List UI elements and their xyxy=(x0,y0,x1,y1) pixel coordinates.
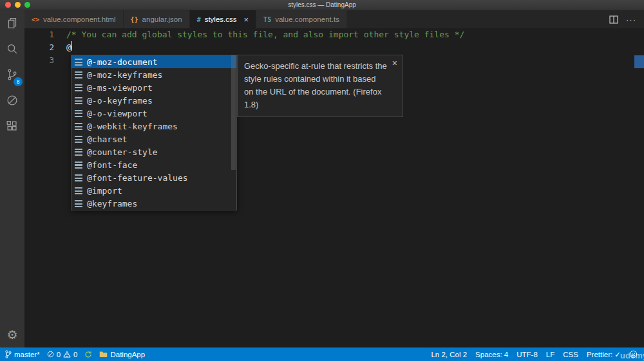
suggest-item[interactable]: @charset xyxy=(71,133,236,145)
suggest-widget: @-moz-document @-moz-keyframes @-ms-view… xyxy=(71,55,237,210)
json-icon: {} xyxy=(131,16,138,23)
tab-label: styles.css xyxy=(205,15,237,23)
vscode-window: styles.css — DatingApp 8 xyxy=(0,0,644,361)
close-doc-icon[interactable]: × xyxy=(392,59,397,68)
tab-angular-json[interactable]: {} angular.json xyxy=(124,10,190,28)
suggest-doc-popup: Gecko-specific at-rule that restricts th… xyxy=(237,55,403,117)
overview-ruler-mark xyxy=(634,55,644,68)
search-icon xyxy=(5,42,19,56)
suggest-item[interactable]: @-moz-document xyxy=(71,55,236,68)
line-number: 2 xyxy=(24,41,54,54)
warning-icon xyxy=(63,351,71,358)
property-icon xyxy=(75,123,82,130)
tab-value-component-ts[interactable]: TS value.component.ts xyxy=(256,10,347,28)
status-bar: master* 0 0 DatingApp Ln 2, Col 2 Spaces… xyxy=(0,347,644,361)
more-actions-icon[interactable]: ··· xyxy=(626,15,636,24)
sidebar-item-source-control[interactable]: 8 xyxy=(0,62,24,88)
suggest-item[interactable]: @keyframes xyxy=(71,197,236,210)
git-branch-status[interactable]: master* xyxy=(5,350,40,358)
tab-label: value.component.html xyxy=(43,15,116,23)
property-icon xyxy=(75,136,82,143)
window-title: styles.css — DatingApp xyxy=(0,1,644,8)
settings-gear-icon[interactable]: ⚙ xyxy=(0,328,24,342)
suggest-label: @charset xyxy=(87,134,128,144)
prettier-status[interactable]: Prettier: ✓ xyxy=(587,350,621,359)
sidebar-item-search[interactable] xyxy=(0,36,24,62)
suggest-label: @import xyxy=(87,186,122,196)
sidebar-item-extensions[interactable] xyxy=(0,113,24,139)
folder-icon xyxy=(99,351,108,358)
split-editor-icon[interactable] xyxy=(609,15,618,24)
sync-status[interactable] xyxy=(84,351,92,358)
html-icon: <> xyxy=(32,16,39,23)
code-comment: /* You can add global styles to this fil… xyxy=(54,28,464,41)
suggest-label: @font-feature-values xyxy=(87,173,188,183)
suggest-item[interactable]: @import xyxy=(71,184,236,197)
tab-styles-css[interactable]: # styles.css × xyxy=(190,10,256,28)
suggest-item[interactable]: @-ms-viewport xyxy=(71,81,236,94)
sidebar-item-explorer[interactable] xyxy=(0,10,24,36)
property-icon xyxy=(75,162,82,169)
suggest-item[interactable]: @-webkit-keyframes xyxy=(71,120,236,133)
suggest-label: @-ms-viewport xyxy=(87,83,153,93)
tab-label: value.component.ts xyxy=(275,15,339,23)
close-window-button[interactable] xyxy=(5,2,11,8)
code-text xyxy=(54,54,66,67)
extensions-icon xyxy=(5,119,19,133)
eol-status[interactable]: LF xyxy=(546,351,554,358)
code-text: @ xyxy=(54,41,71,54)
suggest-label: @-o-viewport xyxy=(87,109,147,118)
sync-icon xyxy=(84,351,92,358)
suggest-item[interactable]: @font-feature-values xyxy=(71,171,236,184)
suggest-item[interactable]: @-o-viewport xyxy=(71,107,236,120)
indentation-status[interactable]: Spaces: 4 xyxy=(475,351,508,358)
line-number: 3 xyxy=(24,54,54,67)
feedback-smiley-icon[interactable] xyxy=(629,350,638,358)
warning-count: 0 xyxy=(73,351,77,358)
suggest-item[interactable]: @counter-style xyxy=(71,145,236,158)
suggest-label: @font-face xyxy=(87,160,137,170)
traffic-lights xyxy=(5,2,30,8)
scm-badge: 8 xyxy=(14,77,23,86)
text-cursor xyxy=(71,41,73,51)
suggest-scrollbar[interactable] xyxy=(231,55,236,170)
editor-line: 2 @ xyxy=(24,41,644,54)
property-icon xyxy=(75,187,82,194)
suggest-item[interactable]: @-moz-keyframes xyxy=(71,68,236,81)
property-icon xyxy=(75,110,82,117)
error-icon xyxy=(47,351,54,358)
branch-icon xyxy=(5,350,12,358)
titlebar: styles.css — DatingApp xyxy=(0,0,644,10)
cursor-position-status[interactable]: Ln 2, Col 2 xyxy=(431,351,467,358)
property-icon xyxy=(75,174,82,181)
minimize-window-button[interactable] xyxy=(15,2,21,8)
project-status[interactable]: DatingApp xyxy=(99,351,145,358)
doc-text: Gecko-specific at-rule that restricts th… xyxy=(244,61,387,109)
code-editor[interactable]: 1 /* You can add global styles to this f… xyxy=(24,28,644,347)
project-label: DatingApp xyxy=(110,351,145,358)
debug-icon xyxy=(5,93,19,107)
property-icon xyxy=(75,71,82,79)
close-tab-icon[interactable]: × xyxy=(244,15,249,24)
suggest-label: @keyframes xyxy=(87,199,137,208)
property-icon xyxy=(75,97,82,104)
editor-actions: ··· xyxy=(601,10,644,28)
language-mode-status[interactable]: CSS xyxy=(563,351,578,358)
suggest-item[interactable]: @-o-keyframes xyxy=(71,94,236,107)
tab-label: angular.json xyxy=(142,15,182,23)
activity-bar: 8 ⚙ xyxy=(0,10,24,347)
tab-value-component-html[interactable]: <> value.component.html xyxy=(24,10,124,28)
explorer-icon xyxy=(5,16,19,30)
property-icon xyxy=(75,59,82,66)
property-icon xyxy=(75,84,82,91)
branch-label: master* xyxy=(14,351,40,358)
css-icon: # xyxy=(197,16,201,23)
sidebar-item-debug[interactable] xyxy=(0,88,24,113)
editor-line: 1 /* You can add global styles to this f… xyxy=(24,28,644,41)
ts-icon: TS xyxy=(263,16,271,23)
problems-status[interactable]: 0 0 xyxy=(47,351,78,358)
suggest-item[interactable]: @font-face xyxy=(71,158,236,171)
encoding-status[interactable]: UTF-8 xyxy=(516,351,538,358)
error-count: 0 xyxy=(57,351,61,358)
zoom-window-button[interactable] xyxy=(24,2,30,8)
